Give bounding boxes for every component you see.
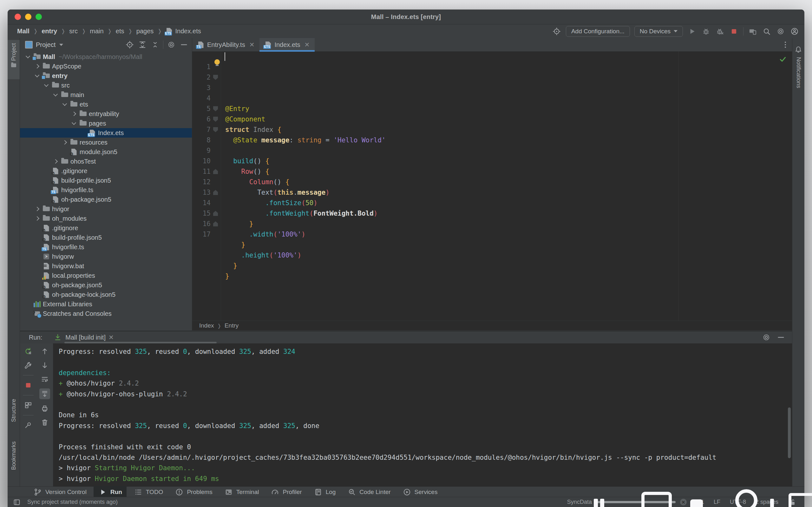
search-icon[interactable] — [762, 26, 771, 36]
print-icon[interactable] — [40, 404, 50, 413]
dock-icon[interactable] — [594, 497, 604, 507]
code-line[interactable]: 15 .height('100%') — [192, 198, 792, 208]
rail-tab-notifications[interactable]: Notifications — [792, 42, 804, 118]
close-tab-icon[interactable]: ✕ — [305, 41, 310, 49]
toolwindow-tab-todo[interactable]: TODO — [129, 486, 168, 498]
tree-item[interactable]: hvigor — [20, 204, 192, 214]
code-line[interactable]: 16 } — [192, 208, 792, 219]
tree-collapse-chevron[interactable] — [53, 92, 58, 96]
minimize-window-button[interactable] — [25, 14, 32, 20]
code-line[interactable]: 12 } — [192, 166, 792, 177]
tree-item[interactable]: ETS Index.ets — [20, 128, 192, 137]
tree-item[interactable]: AppScope — [20, 61, 192, 71]
editor-tab[interactable]: TS EntryAbility.ts✕ — [192, 38, 260, 51]
down-icon[interactable] — [40, 360, 50, 370]
tree-expand-chevron[interactable] — [53, 159, 58, 164]
device-manager-icon[interactable] — [748, 26, 757, 36]
restore-layout-icon[interactable] — [23, 400, 33, 410]
close-window-button[interactable] — [15, 14, 21, 20]
code-line[interactable]: 11 .fontWeight(FontWeight.Bold) — [192, 156, 792, 166]
cancel-icon[interactable]: ✕ — [680, 499, 687, 505]
tree-item[interactable]: ⚙ build-profile.json5 — [20, 176, 192, 185]
tree-item[interactable]: pages — [20, 119, 192, 128]
code-line[interactable]: 10 .fontSize(50) — [192, 146, 792, 156]
fold-marker-icon[interactable] — [213, 117, 218, 122]
vertical-scrollbar[interactable] — [788, 407, 791, 458]
tree-item[interactable]: entryability — [20, 109, 192, 119]
tree-collapse-chevron[interactable] — [35, 73, 39, 77]
code-line[interactable]: 6 build() { — [192, 104, 792, 114]
tree-item[interactable]: resources — [20, 137, 192, 147]
breadcrumb-item[interactable]: pages — [137, 27, 154, 35]
panel-settings-icon[interactable] — [166, 40, 176, 50]
tree-item[interactable]: hvigorw.bat — [20, 261, 192, 271]
stop-icon[interactable] — [23, 381, 33, 390]
tree-item[interactable]: ohosTest — [20, 157, 192, 166]
tree-item[interactable]: ❯ Scratches and Consoles — [20, 309, 192, 318]
toolwindow-tab-profiler[interactable]: Profiler — [266, 486, 306, 498]
collapse-all-icon[interactable] — [150, 40, 160, 50]
fold-marker-icon[interactable] — [213, 106, 218, 111]
toolwindow-tab-log[interactable]: Log — [309, 486, 340, 498]
debug-attach-icon[interactable] — [715, 26, 725, 36]
rail-tab-structure[interactable]: Structure — [8, 396, 20, 439]
inspection-ok-icon[interactable] — [778, 55, 788, 64]
hide-panel-icon[interactable] — [179, 40, 189, 50]
chevron-down-icon[interactable] — [59, 44, 63, 46]
code-line[interactable]: 8 Column() { — [192, 125, 792, 135]
tree-item[interactable]: ⚙ module.json5 — [20, 147, 192, 157]
breadcrumb-item[interactable]: ETSIndex.ets — [166, 27, 201, 35]
code-line[interactable]: 1 @Entry — [192, 51, 792, 62]
clear-icon[interactable] — [40, 417, 50, 427]
tree-item[interactable]: ⊘ .gitignore — [20, 223, 192, 233]
tree-item[interactable]: oh_modules — [20, 214, 192, 223]
up-icon[interactable] — [40, 347, 50, 356]
breadcrumb-item[interactable]: entry — [42, 27, 57, 35]
run-console[interactable]: Progress: resolved 325, reused 0, downlo… — [53, 343, 792, 487]
tree-item[interactable]: main — [20, 90, 192, 100]
breadcrumb-item[interactable]: main — [90, 27, 103, 35]
tree-item[interactable]: ⚙ oh-package.json5 — [20, 195, 192, 204]
tree-expand-chevron[interactable] — [35, 207, 39, 211]
tree-item[interactable]: src — [20, 80, 192, 90]
stop-icon[interactable] — [729, 26, 739, 36]
code-line[interactable]: 17 } — [192, 219, 792, 229]
code-line[interactable]: 2 @Component — [192, 62, 792, 72]
fold-marker-icon[interactable] — [213, 221, 218, 226]
code-line[interactable]: 7 Row() { — [192, 114, 792, 125]
code-line[interactable]: 14 } — [192, 187, 792, 198]
tree-item[interactable]: ⚙ oh-package-lock.json5 — [20, 290, 192, 299]
editor-tab[interactable]: ETS Index.ets✕ — [260, 38, 315, 51]
tree-item[interactable]: entry — [20, 71, 192, 80]
code-line[interactable]: 3 struct Index { — [192, 72, 792, 83]
code-line[interactable]: 9 Text(this.message) — [192, 135, 792, 146]
toolwindow-tab-services[interactable]: Services — [398, 486, 442, 498]
dock-icon[interactable] — [789, 497, 812, 507]
fold-marker-icon[interactable] — [213, 75, 218, 80]
locate-file-icon[interactable] — [125, 40, 134, 50]
soft-wrap-icon[interactable] — [40, 375, 50, 384]
tree-item[interactable]: ⊘ .gitignore — [20, 166, 192, 176]
toolwindow-tab-terminal[interactable]: Terminal — [219, 486, 264, 498]
device-selector-dropdown[interactable]: No Devices — [634, 26, 683, 37]
run-settings-gear-icon[interactable] — [762, 333, 771, 342]
run-icon[interactable] — [687, 26, 697, 36]
breadcrumb-item[interactable]: Entry — [225, 322, 238, 329]
tree-expand-chevron[interactable] — [62, 140, 67, 145]
tree-item[interactable]: ⚙ build-profile.json5 — [20, 233, 192, 242]
toolwindow-tab-code-linter[interactable]: Code Linter — [342, 486, 395, 498]
tree-expand-chevron[interactable] — [72, 112, 76, 116]
intention-bulb-icon[interactable] — [214, 59, 220, 65]
tree-item[interactable]: ⚙ oh-package.json5 — [20, 280, 192, 290]
fold-marker-icon[interactable] — [213, 169, 218, 174]
breadcrumb-item[interactable]: ets — [116, 27, 124, 35]
pin-icon[interactable] — [23, 420, 33, 430]
tool-window-toggle-icon[interactable] — [12, 498, 21, 507]
settings-gear-icon[interactable] — [776, 26, 786, 36]
rail-tab-project[interactable]: Project — [8, 40, 20, 79]
breadcrumb-item[interactable]: Mall — [17, 27, 30, 35]
tree-item[interactable]: local.properties — [20, 271, 192, 280]
add-configuration-button[interactable]: Add Configuration... — [566, 26, 630, 37]
profile-icon[interactable] — [790, 26, 799, 36]
tree-item[interactable]: Mall ~/Workspace/harmonyos/Mall — [20, 52, 192, 61]
